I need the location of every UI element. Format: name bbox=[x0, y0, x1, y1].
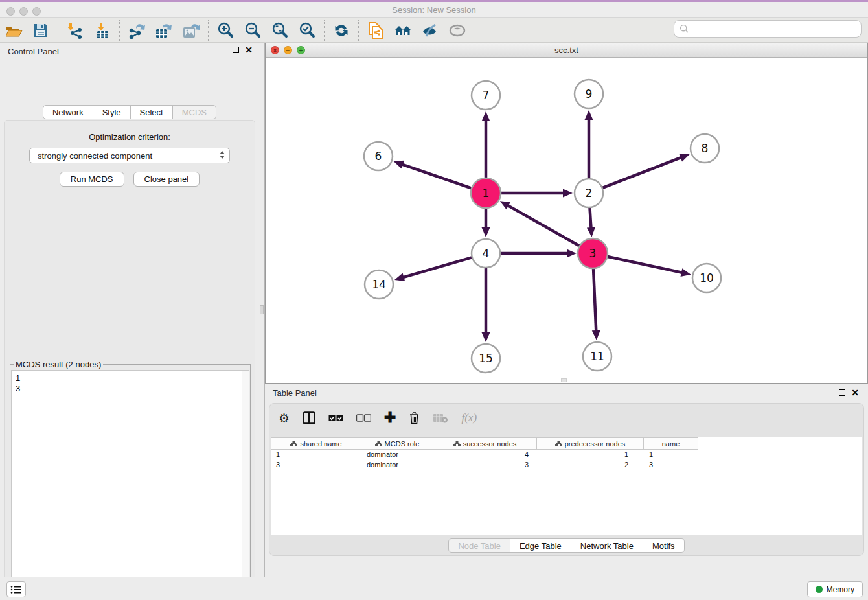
cell-predecessor-nodes[interactable]: 1 bbox=[537, 450, 644, 460]
app-title: Session: New Session bbox=[0, 5, 868, 15]
hierarchy-icon bbox=[555, 441, 562, 446]
network-window-titlebar[interactable]: x − + scc.txt bbox=[266, 43, 867, 58]
deselect-all-icon[interactable] bbox=[356, 414, 371, 422]
control-panel-tabs: NetworkStyleSelectMCDS bbox=[43, 105, 216, 119]
tab-network[interactable]: Network bbox=[43, 105, 93, 119]
add-column-icon[interactable]: ✚ bbox=[384, 412, 396, 424]
column-header-name[interactable]: name bbox=[644, 437, 698, 450]
optimization-criterion-label: Optimization criterion: bbox=[5, 132, 255, 142]
memory-button[interactable]: Memory bbox=[807, 581, 863, 597]
cell-name[interactable]: 3 bbox=[644, 460, 698, 470]
tab-mcds[interactable]: MCDS bbox=[173, 105, 216, 119]
tab-select[interactable]: Select bbox=[131, 105, 173, 119]
close-panel-button[interactable]: Close panel bbox=[133, 172, 200, 187]
network-canvas[interactable]: 7968124314101511 bbox=[266, 58, 867, 383]
network-window-title: scc.txt bbox=[266, 45, 867, 55]
edge-3-11[interactable] bbox=[593, 266, 596, 332]
zoom-fit-icon[interactable] bbox=[269, 20, 291, 41]
cell-shared-name[interactable]: 1 bbox=[271, 450, 361, 460]
arrowhead-4-15 bbox=[482, 332, 490, 342]
tab-style[interactable]: Style bbox=[93, 105, 131, 119]
criterion-dropdown[interactable]: strongly connected component bbox=[29, 148, 230, 163]
toolbar-separator bbox=[208, 20, 209, 41]
arrowhead-2-9 bbox=[585, 110, 593, 120]
zoom-in-icon[interactable] bbox=[214, 20, 236, 41]
toolbar-separator bbox=[324, 20, 325, 41]
control-panel-float-icon[interactable] bbox=[233, 47, 239, 53]
column-header-shared-name[interactable]: shared name bbox=[271, 437, 361, 450]
tab-motifs[interactable]: Motifs bbox=[643, 538, 685, 553]
column-header-successor-nodes[interactable]: successor nodes bbox=[433, 437, 537, 450]
toolbar-separator bbox=[58, 20, 58, 41]
node-table[interactable]: shared nameMCDS rolesuccessor nodesprede… bbox=[271, 437, 862, 535]
edge-2-8[interactable] bbox=[601, 157, 682, 189]
memory-button-label: Memory bbox=[827, 585, 854, 594]
open-session-icon[interactable] bbox=[3, 20, 25, 41]
run-mcds-button[interactable]: Run MCDS bbox=[60, 172, 124, 187]
edge-3-10[interactable] bbox=[606, 256, 683, 273]
hierarchy-icon bbox=[453, 441, 461, 446]
node-label-11: 11 bbox=[590, 350, 604, 363]
show-all-icon[interactable] bbox=[446, 20, 468, 41]
cell-predecessor-nodes[interactable]: 2 bbox=[537, 460, 644, 470]
table-panel: Table Panel ✕ ⚙ ✚ f(x) bbox=[265, 385, 868, 577]
search-icon bbox=[680, 24, 689, 34]
column-layout-icon[interactable] bbox=[303, 411, 315, 424]
export-table-icon[interactable] bbox=[153, 20, 175, 41]
arrowhead-1-2 bbox=[563, 189, 573, 198]
tab-node-table[interactable]: Node Table bbox=[448, 538, 510, 553]
node-label-8: 8 bbox=[702, 142, 709, 155]
import-network-icon[interactable] bbox=[64, 20, 86, 41]
zoom-selected-icon[interactable] bbox=[296, 20, 318, 41]
table-row[interactable]: 3dominator323 bbox=[271, 460, 862, 470]
zoom-out-icon[interactable] bbox=[242, 20, 264, 41]
edge-1-6[interactable] bbox=[402, 164, 474, 189]
node-label-4: 4 bbox=[483, 247, 490, 260]
table-panel-float-icon[interactable] bbox=[839, 389, 845, 396]
vertical-splitter[interactable] bbox=[259, 43, 265, 577]
splitter-grip[interactable] bbox=[260, 305, 264, 314]
task-history-button[interactable] bbox=[6, 581, 26, 597]
cell-shared-name[interactable]: 3 bbox=[271, 460, 361, 470]
export-image-icon[interactable] bbox=[180, 20, 202, 41]
result-scrollbar[interactable] bbox=[242, 371, 249, 600]
canvas-resize-grip[interactable] bbox=[561, 378, 567, 382]
tab-network-table[interactable]: Network Table bbox=[571, 538, 643, 553]
cell-MCDS-role[interactable]: dominator bbox=[361, 460, 433, 470]
cell-MCDS-role[interactable]: dominator bbox=[361, 450, 433, 460]
tab-edge-table[interactable]: Edge Table bbox=[510, 538, 571, 553]
table-row[interactable]: 1dominator411 bbox=[271, 450, 862, 460]
control-panel-close-icon[interactable]: ✕ bbox=[245, 47, 253, 53]
export-network-icon[interactable] bbox=[126, 20, 148, 41]
hierarchy-icon bbox=[375, 441, 382, 446]
clone-network-icon[interactable] bbox=[365, 20, 387, 41]
dropdown-stepper-icon bbox=[220, 151, 225, 159]
import-table-icon[interactable] bbox=[91, 20, 113, 41]
arrowhead-1-4 bbox=[482, 227, 490, 237]
hide-selected-icon[interactable] bbox=[419, 20, 441, 41]
table-options-icon[interactable]: ⚙ bbox=[279, 411, 290, 425]
save-session-icon[interactable] bbox=[30, 20, 52, 41]
edge-4-14[interactable] bbox=[402, 257, 473, 278]
node-label-1: 1 bbox=[483, 187, 490, 200]
node-label-7: 7 bbox=[483, 89, 490, 102]
table-panel-close-icon[interactable]: ✕ bbox=[851, 389, 859, 396]
cell-successor-nodes[interactable]: 4 bbox=[433, 450, 537, 460]
control-panel: Control Panel ✕ NetworkStyleSelectMCDS O… bbox=[0, 43, 259, 577]
select-all-check-icon[interactable] bbox=[328, 414, 343, 422]
arrowhead-2-3 bbox=[587, 227, 595, 237]
first-neighbors-icon[interactable] bbox=[392, 20, 414, 41]
delete-column-icon[interactable] bbox=[409, 411, 420, 424]
node-label-10: 10 bbox=[700, 271, 714, 284]
refresh-icon[interactable] bbox=[330, 20, 352, 41]
search-input[interactable] bbox=[674, 20, 862, 38]
edge-3-1[interactable] bbox=[507, 205, 581, 248]
cell-name[interactable]: 1 bbox=[644, 450, 698, 460]
mcds-result-text[interactable]: 1 3 bbox=[16, 373, 240, 600]
edge-2-3[interactable] bbox=[589, 206, 591, 229]
cell-successor-nodes[interactable]: 3 bbox=[433, 460, 537, 470]
column-header-MCDS-role[interactable]: MCDS role bbox=[361, 437, 433, 450]
node-label-15: 15 bbox=[479, 352, 493, 365]
column-header-predecessor-nodes[interactable]: predecessor nodes bbox=[537, 437, 644, 450]
arrowhead-1-7 bbox=[482, 111, 490, 121]
